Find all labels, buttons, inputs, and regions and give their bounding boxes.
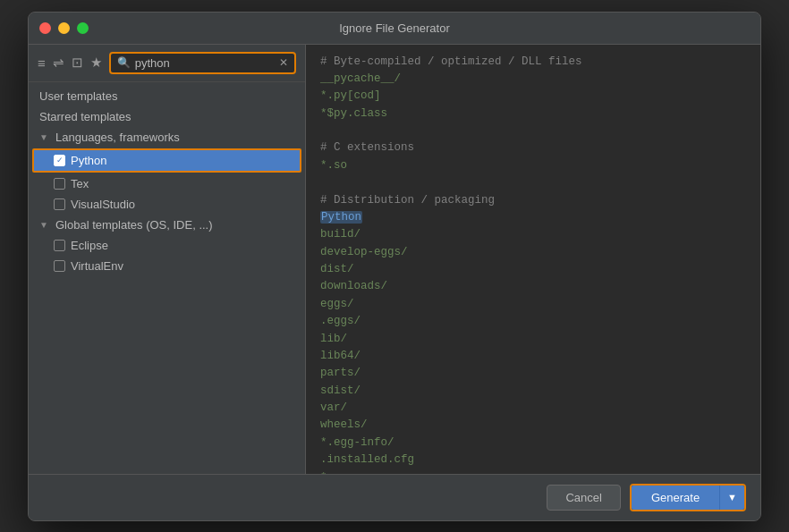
generate-button-wrapper: Generate ▼ (630, 484, 746, 511)
starred-templates-label: Starred templates (39, 110, 132, 123)
global-section-label: Global templates (OS, IDE, ...) (55, 218, 213, 232)
sidebar-item-tex[interactable]: Tex (29, 173, 305, 194)
sidebar-item-user-templates[interactable]: User templates (29, 86, 305, 106)
title-bar: Ignore File Generator (29, 13, 760, 45)
expand-arrow-global-icon: ▼ (39, 220, 50, 230)
star-icon[interactable]: ★ (90, 55, 102, 71)
sidebar-list: User templates Starred templates ▼ Langu… (29, 82, 305, 474)
main-layout: ≡ ⇌ ⊡ ★ 🔍 ✕ User templates Starred templ… (29, 45, 760, 474)
generate-dropdown-button[interactable]: ▼ (719, 486, 744, 510)
code-line: downloads/ (320, 278, 746, 295)
languages-section-label: Languages, frameworks (55, 131, 180, 144)
eclipse-label: Eclipse (71, 239, 108, 252)
sidebar-section-languages[interactable]: ▼ Languages, frameworks (29, 127, 305, 148)
tex-label: Tex (71, 177, 89, 190)
sidebar: ≡ ⇌ ⊡ ★ 🔍 ✕ User templates Starred templ… (29, 45, 306, 474)
search-box: 🔍 ✕ (109, 52, 296, 74)
code-line: *$py.class (320, 106, 746, 122)
window-controls (39, 22, 89, 34)
code-line: build/ (320, 226, 746, 243)
code-line: develop-eggs/ (320, 244, 746, 261)
main-window: Ignore File Generator ≡ ⇌ ⊡ ★ 🔍 ✕ User (28, 12, 761, 521)
sidebar-item-visualstudio[interactable]: VisualStudio (29, 194, 305, 215)
sidebar-item-virtualenv[interactable]: VirtualEnv (29, 256, 305, 276)
highlight-python: Python (320, 211, 362, 224)
maximize-button[interactable] (77, 22, 89, 34)
code-line: .installed.cfg (320, 452, 746, 469)
code-line: *.py[cod] (320, 88, 746, 105)
user-templates-label: User templates (39, 89, 117, 103)
code-line: dist/ (320, 261, 746, 278)
search-input[interactable] (135, 56, 275, 70)
code-content: # Byte-compiled / optimized / DLL files … (306, 45, 760, 474)
sidebar-item-starred-templates[interactable]: Starred templates (29, 106, 305, 127)
window-title: Ignore File Generator (339, 21, 450, 35)
visualstudio-checkbox[interactable] (54, 198, 65, 210)
tex-checkbox[interactable] (54, 178, 65, 190)
generate-button[interactable]: Generate (632, 486, 719, 510)
code-line: *.egg-info/ (320, 435, 746, 452)
code-line: # Byte-compiled / optimized / DLL files (320, 54, 746, 71)
sidebar-item-python[interactable]: Python (34, 150, 300, 171)
code-line: lib/ (320, 331, 746, 348)
code-line: __pycache__/ (320, 71, 746, 88)
list-icon[interactable]: ≡ (38, 55, 46, 71)
visualstudio-label: VisualStudio (71, 198, 135, 211)
code-line: sdist/ (320, 383, 746, 400)
python-item-wrapper: Python (32, 148, 301, 173)
search-clear-icon[interactable]: ✕ (279, 56, 288, 69)
python-checkbox[interactable] (54, 155, 65, 166)
code-line (320, 174, 746, 191)
sidebar-item-eclipse[interactable]: Eclipse (29, 235, 305, 256)
sidebar-section-global[interactable]: ▼ Global templates (OS, IDE, ...) (29, 215, 305, 235)
code-line: parts/ (320, 365, 746, 382)
minimize-button[interactable] (58, 22, 70, 34)
search-icon: 🔍 (117, 56, 131, 69)
cancel-button[interactable]: Cancel (547, 485, 620, 511)
eclipse-checkbox[interactable] (54, 240, 65, 251)
bottom-bar: Cancel Generate ▼ (29, 474, 760, 520)
expand-arrow-icon: ▼ (39, 132, 50, 142)
code-line: var/ (320, 400, 746, 417)
python-label: Python (71, 154, 106, 167)
code-line: *.so (320, 157, 746, 174)
code-line: wheels/ (320, 417, 746, 434)
sidebar-toolbar: ≡ ⇌ ⊡ ★ 🔍 ✕ (29, 45, 305, 82)
virtualenv-label: VirtualEnv (71, 259, 123, 273)
close-button[interactable] (39, 22, 51, 34)
layout-icon[interactable]: ⊡ (72, 55, 83, 71)
code-line: # C extensions (320, 139, 746, 156)
code-line (320, 122, 746, 139)
virtualenv-checkbox[interactable] (54, 260, 65, 272)
code-line: lib64/ (320, 348, 746, 365)
code-line: eggs/ (320, 296, 746, 313)
code-line: .eggs/ (320, 313, 746, 330)
sort-icon[interactable]: ⇌ (53, 55, 64, 71)
code-line: # Distribution / packaging (320, 192, 746, 209)
code-line: Python (320, 209, 746, 226)
